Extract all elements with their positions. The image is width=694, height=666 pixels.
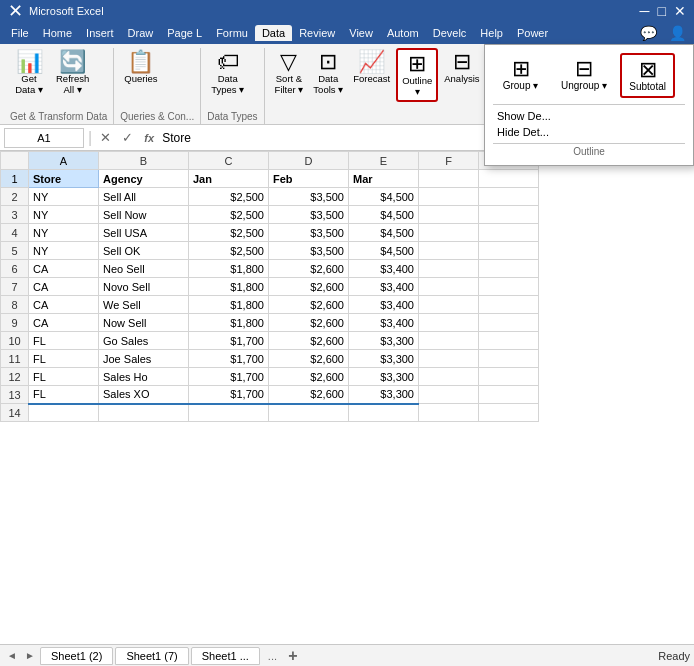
cell-b9[interactable]: Now Sell bbox=[99, 314, 189, 332]
cell-a7[interactable]: CA bbox=[29, 278, 99, 296]
menu-data[interactable]: Data bbox=[255, 25, 292, 41]
cell-d6[interactable]: $2,600 bbox=[269, 260, 349, 278]
cell-b3[interactable]: Sell Now bbox=[99, 206, 189, 224]
cell-e7[interactable]: $3,400 bbox=[349, 278, 419, 296]
cell-d9[interactable]: $2,600 bbox=[269, 314, 349, 332]
cell-g1[interactable] bbox=[479, 170, 539, 188]
group-popup-button[interactable]: ⊞ Group ▾ bbox=[493, 53, 548, 98]
cell-d3[interactable]: $3,500 bbox=[269, 206, 349, 224]
row-header-14[interactable]: 14 bbox=[1, 404, 29, 422]
cell-g13[interactable] bbox=[479, 386, 539, 404]
close-btn[interactable]: ✕ bbox=[674, 3, 686, 19]
cell-e4[interactable]: $4,500 bbox=[349, 224, 419, 242]
cell-b6[interactable]: Neo Sell bbox=[99, 260, 189, 278]
cell-e9[interactable]: $3,400 bbox=[349, 314, 419, 332]
cell-d11[interactable]: $2,600 bbox=[269, 350, 349, 368]
cell-g7[interactable] bbox=[479, 278, 539, 296]
cell-f11[interactable] bbox=[419, 350, 479, 368]
cell-a2[interactable]: NY bbox=[29, 188, 99, 206]
cell-e12[interactable]: $3,300 bbox=[349, 368, 419, 386]
cell-f8[interactable] bbox=[419, 296, 479, 314]
cell-d12[interactable]: $2,600 bbox=[269, 368, 349, 386]
maximize-btn[interactable]: □ bbox=[658, 3, 666, 19]
confirm-formula-btn[interactable]: ✓ bbox=[118, 129, 136, 147]
sheet-tab-3[interactable]: Sheet1 ... bbox=[191, 647, 260, 665]
cell-d14[interactable] bbox=[269, 404, 349, 422]
cell-c2[interactable]: $2,500 bbox=[189, 188, 269, 206]
cell-a14[interactable] bbox=[29, 404, 99, 422]
col-header-b[interactable]: B bbox=[99, 152, 189, 170]
cell-f14[interactable] bbox=[419, 404, 479, 422]
menu-help[interactable]: Help bbox=[473, 25, 510, 41]
cell-a10[interactable]: FL bbox=[29, 332, 99, 350]
name-box[interactable] bbox=[4, 128, 84, 148]
cell-b8[interactable]: We Sell bbox=[99, 296, 189, 314]
cell-c9[interactable]: $1,800 bbox=[189, 314, 269, 332]
cell-c5[interactable]: $2,500 bbox=[189, 242, 269, 260]
row-header-3[interactable]: 3 bbox=[1, 206, 29, 224]
cell-b4[interactable]: Sell USA bbox=[99, 224, 189, 242]
cell-c7[interactable]: $1,800 bbox=[189, 278, 269, 296]
row-header-1[interactable]: 1 bbox=[1, 170, 29, 188]
cell-b13[interactable]: Sales XO bbox=[99, 386, 189, 404]
col-header-a[interactable]: A bbox=[29, 152, 99, 170]
sheet-tab-2[interactable]: Sheet1 (7) bbox=[115, 647, 188, 665]
cell-d2[interactable]: $3,500 bbox=[269, 188, 349, 206]
cell-c8[interactable]: $1,800 bbox=[189, 296, 269, 314]
cell-e8[interactable]: $3,400 bbox=[349, 296, 419, 314]
cell-c10[interactable]: $1,700 bbox=[189, 332, 269, 350]
cell-f12[interactable] bbox=[419, 368, 479, 386]
cell-e6[interactable]: $3,400 bbox=[349, 260, 419, 278]
cell-g10[interactable] bbox=[479, 332, 539, 350]
cell-a13[interactable]: FL bbox=[29, 386, 99, 404]
cell-d4[interactable]: $3,500 bbox=[269, 224, 349, 242]
cell-g11[interactable] bbox=[479, 350, 539, 368]
row-header-7[interactable]: 7 bbox=[1, 278, 29, 296]
col-header-d[interactable]: D bbox=[269, 152, 349, 170]
data-types-button[interactable]: 🏷 DataTypes ▾ bbox=[207, 48, 248, 98]
cell-g9[interactable] bbox=[479, 314, 539, 332]
insert-function-btn[interactable]: fx bbox=[140, 129, 158, 147]
cell-d5[interactable]: $3,500 bbox=[269, 242, 349, 260]
cell-e1[interactable]: Mar bbox=[349, 170, 419, 188]
row-header-9[interactable]: 9 bbox=[1, 314, 29, 332]
row-header-12[interactable]: 12 bbox=[1, 368, 29, 386]
cell-e2[interactable]: $4,500 bbox=[349, 188, 419, 206]
sort-filter-button[interactable]: ▽ Sort &Filter ▾ bbox=[271, 48, 308, 98]
cell-g14[interactable] bbox=[479, 404, 539, 422]
cell-a9[interactable]: CA bbox=[29, 314, 99, 332]
menu-pagelayout[interactable]: Page L bbox=[160, 25, 209, 41]
cell-a1[interactable]: Store bbox=[29, 170, 99, 188]
cell-b14[interactable] bbox=[99, 404, 189, 422]
cell-e14[interactable] bbox=[349, 404, 419, 422]
analysis-button[interactable]: ⊟ Analysis bbox=[440, 48, 483, 87]
menu-view[interactable]: View bbox=[342, 25, 380, 41]
row-header-4[interactable]: 4 bbox=[1, 224, 29, 242]
col-header-f[interactable]: F bbox=[419, 152, 479, 170]
cell-d7[interactable]: $2,600 bbox=[269, 278, 349, 296]
menu-home[interactable]: Home bbox=[36, 25, 79, 41]
cell-e5[interactable]: $4,500 bbox=[349, 242, 419, 260]
add-sheet-btn[interactable]: + bbox=[285, 648, 301, 664]
queries-button[interactable]: 📋 Queries bbox=[120, 48, 161, 87]
cell-b7[interactable]: Novo Sell bbox=[99, 278, 189, 296]
cell-b1[interactable]: Agency bbox=[99, 170, 189, 188]
menu-power[interactable]: Power bbox=[510, 25, 555, 41]
comments-icon[interactable]: 💬 bbox=[636, 25, 661, 41]
cell-e10[interactable]: $3,300 bbox=[349, 332, 419, 350]
row-header-8[interactable]: 8 bbox=[1, 296, 29, 314]
cell-c13[interactable]: $1,700 bbox=[189, 386, 269, 404]
cell-a3[interactable]: NY bbox=[29, 206, 99, 224]
cell-d8[interactable]: $2,600 bbox=[269, 296, 349, 314]
share-icon[interactable]: 👤 bbox=[665, 25, 690, 41]
row-header-5[interactable]: 5 bbox=[1, 242, 29, 260]
outline-button[interactable]: ⊞ Outline▾ bbox=[396, 48, 438, 102]
minimize-btn[interactable]: ─ bbox=[640, 3, 650, 19]
cell-f10[interactable] bbox=[419, 332, 479, 350]
cell-c14[interactable] bbox=[189, 404, 269, 422]
cell-e11[interactable]: $3,300 bbox=[349, 350, 419, 368]
get-data-button[interactable]: 📊 GetData ▾ bbox=[10, 48, 48, 98]
cell-a12[interactable]: FL bbox=[29, 368, 99, 386]
cell-d13[interactable]: $2,600 bbox=[269, 386, 349, 404]
cancel-formula-btn[interactable]: ✕ bbox=[96, 129, 114, 147]
